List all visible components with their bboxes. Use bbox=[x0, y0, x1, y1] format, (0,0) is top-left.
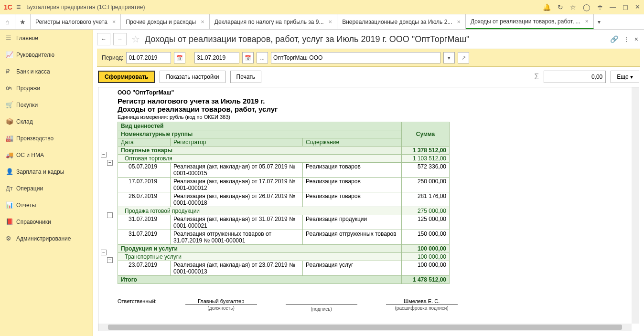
close-icon[interactable]: ✕ bbox=[635, 3, 640, 10]
col-header: Дата bbox=[118, 138, 171, 147]
sidebar-label: Покупки bbox=[16, 102, 38, 108]
sidebar-item-sales[interactable]: 🛍Продажи bbox=[0, 80, 93, 96]
sidebar-item-admin[interactable]: ⚙Администрирование bbox=[0, 230, 93, 247]
sidebar-item-hr[interactable]: 👤Зарплата и кадры bbox=[0, 163, 93, 180]
sidebar-item-main[interactable]: ☰Главное bbox=[0, 30, 93, 46]
tab-close-icon[interactable]: × bbox=[201, 18, 204, 25]
sidebar-item-reports[interactable]: 📊Отчеты bbox=[0, 197, 93, 213]
link-icon[interactable]: 🔗 bbox=[610, 35, 618, 43]
sidebar-item-bank[interactable]: ₽Банк и касса bbox=[0, 63, 93, 80]
more-button[interactable]: Еще ▾ bbox=[611, 71, 639, 83]
row-cont: Реализация отгруженных товаров bbox=[303, 230, 402, 245]
row-cont: Реализация товаров bbox=[303, 163, 402, 178]
favorite-icon[interactable]: ☆ bbox=[131, 33, 140, 45]
tabs-dropdown-icon[interactable]: ▾ bbox=[594, 14, 604, 29]
maximize-icon[interactable]: ▢ bbox=[623, 3, 628, 10]
sig-name-desc: (расшифровка подписи) bbox=[395, 305, 449, 311]
minimize-icon[interactable]: — bbox=[610, 3, 616, 10]
org-dropdown-icon[interactable]: ▾ bbox=[443, 52, 455, 63]
row-sum: 281 176,00 bbox=[402, 192, 450, 207]
tree-toggle[interactable]: − bbox=[101, 152, 107, 158]
row-reg: Реализация (акт, накладная) от 17.07.201… bbox=[171, 178, 303, 192]
date-from-input[interactable] bbox=[126, 52, 171, 63]
sidebar-item-operations[interactable]: ДтОперации bbox=[0, 180, 93, 197]
period-picker-button[interactable]: ... bbox=[257, 52, 268, 63]
group-sum: 100 000,00 bbox=[402, 245, 450, 253]
history-icon[interactable]: ↻ bbox=[558, 3, 563, 11]
tab-label: Доходы от реализации товаров, работ, ... bbox=[471, 18, 580, 25]
titlebar: 1C ≡ Бухгалтерия предприятия (1С:Предпри… bbox=[0, 0, 644, 14]
home-tab-icon[interactable]: ⌂ bbox=[0, 14, 15, 29]
tab-nonoperating[interactable]: Внереализационные доходы за Июль 2...× bbox=[337, 14, 466, 29]
organization-input[interactable] bbox=[271, 52, 440, 63]
tab-close-icon[interactable]: × bbox=[112, 18, 116, 25]
form-button[interactable]: Сформировать bbox=[98, 71, 155, 83]
tab-close-icon[interactable]: × bbox=[329, 18, 333, 25]
scrollbar-horizontal[interactable] bbox=[98, 324, 632, 331]
tree-toggle[interactable]: − bbox=[107, 257, 113, 263]
sidebar-item-warehouse[interactable]: 📦Склад bbox=[0, 113, 93, 130]
row-sum: 125 000,00 bbox=[402, 215, 450, 230]
tab-close-icon[interactable]: × bbox=[585, 18, 589, 25]
report-area[interactable]: − − − − − ООО "ОптТоргМаш" Регистр налог… bbox=[98, 87, 639, 331]
sidebar-label: Производство bbox=[16, 135, 54, 142]
col-header: Вид ценностей bbox=[118, 122, 402, 130]
sidebar-label: Справочники bbox=[16, 219, 51, 225]
menu-icon[interactable]: ≡ bbox=[16, 3, 21, 11]
print-button[interactable]: Печать bbox=[230, 71, 261, 83]
sidebar-label: Склад bbox=[16, 118, 33, 125]
sig-sign-desc: (подпись) bbox=[311, 306, 332, 312]
scrollbar-thumb[interactable] bbox=[108, 325, 622, 330]
header-actions: 🔗 ⋮ × bbox=[610, 35, 638, 43]
tab-sales-income[interactable]: Доходы от реализации товаров, работ, ...… bbox=[466, 14, 594, 29]
bell-icon[interactable]: 🔔 bbox=[543, 3, 551, 11]
row-date: 05.07.2019 bbox=[118, 163, 171, 178]
nav-forward-button[interactable]: → bbox=[113, 33, 127, 45]
date-to-input[interactable] bbox=[194, 52, 239, 63]
box-icon: 📦 bbox=[6, 118, 16, 125]
sidebar-label: Главное bbox=[16, 35, 38, 42]
person-icon: 👤 bbox=[6, 168, 16, 175]
report-table: Вид ценностейСумма Номенклатурные группы… bbox=[118, 122, 450, 284]
star-tab-icon[interactable]: ★ bbox=[15, 14, 31, 29]
logo-1c: 1C bbox=[4, 3, 12, 11]
row-sum: 100 000,00 bbox=[402, 261, 450, 276]
tab-other-income[interactable]: Прочие доходы и расходы× bbox=[121, 14, 209, 29]
sigma-icon: Σ bbox=[534, 73, 539, 81]
sum-field[interactable] bbox=[544, 71, 606, 83]
toolbar: Сформировать Показать настройки Печать Σ… bbox=[93, 67, 644, 87]
sig-position: Главный бухгалтер bbox=[198, 298, 244, 304]
tab-registry[interactable]: Регистры налогового учета× bbox=[31, 14, 121, 29]
signature-block: Ответственный: Главный бухгалтер (должно… bbox=[118, 298, 639, 312]
calendar-from-icon[interactable]: 📅 bbox=[174, 52, 185, 63]
star-icon[interactable]: ☆ bbox=[570, 3, 576, 11]
tree-toggle[interactable]: − bbox=[101, 250, 107, 255]
circle-icon[interactable]: ◯ bbox=[583, 3, 590, 11]
row-sum: 150 000,00 bbox=[402, 230, 450, 245]
group-sum: 1 378 512,00 bbox=[402, 147, 450, 155]
calendar-to-icon[interactable]: 📅 bbox=[242, 52, 254, 63]
sidebar-item-purchases[interactable]: 🛒Покупки bbox=[0, 96, 93, 113]
sidebar-item-manager[interactable]: 📈Руководителю bbox=[0, 46, 93, 63]
more-icon[interactable]: ⋮ bbox=[623, 35, 630, 43]
page-title: Доходы от реализации товаров, работ, усл… bbox=[145, 34, 607, 44]
report-title-line1: Регистр налогового учета за Июль 2019 г. bbox=[118, 97, 639, 105]
settings-icon[interactable]: ≑ bbox=[597, 3, 603, 11]
factory-icon: 🏭 bbox=[6, 135, 16, 142]
tabbar: ⌂ ★ Регистры налогового учета× Прочие до… bbox=[0, 14, 644, 30]
nav-back-button[interactable]: ← bbox=[97, 33, 110, 45]
tab-declaration[interactable]: Декларация по налогу на прибыль за 9...× bbox=[210, 14, 337, 29]
close-panel-icon[interactable]: × bbox=[634, 35, 638, 43]
sidebar-item-assets[interactable]: 🚚ОС и НМА bbox=[0, 147, 93, 163]
row-date: 23.07.2019 bbox=[118, 261, 171, 276]
tree-toggle[interactable]: − bbox=[107, 160, 113, 166]
tree-toggle[interactable]: − bbox=[107, 212, 113, 218]
sidebar-label: Отчеты bbox=[16, 202, 36, 209]
tab-close-icon[interactable]: × bbox=[457, 18, 461, 25]
sidebar-item-production[interactable]: 🏭Производство bbox=[0, 130, 93, 147]
org-open-icon[interactable]: ↗ bbox=[458, 52, 469, 63]
scrollbar-vertical[interactable] bbox=[632, 87, 639, 324]
sidebar-item-catalogs[interactable]: 📕Справочники bbox=[0, 213, 93, 230]
show-settings-button[interactable]: Показать настройки bbox=[160, 71, 225, 83]
col-header: Регистратор bbox=[171, 138, 303, 147]
